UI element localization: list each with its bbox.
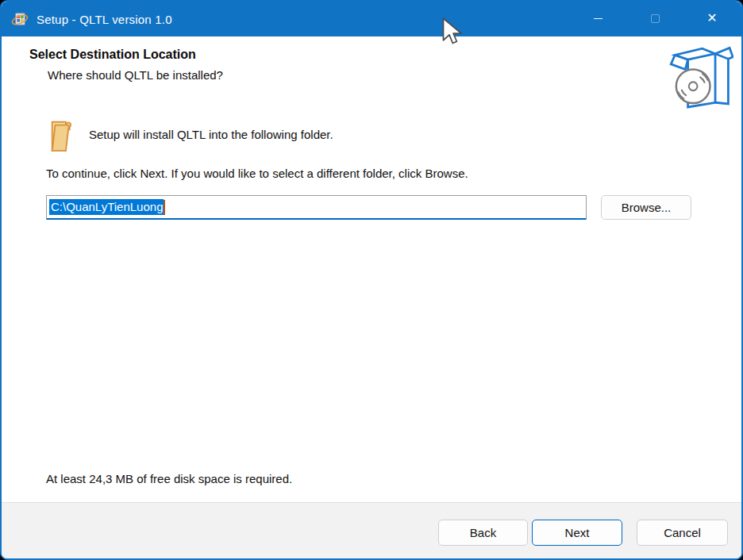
- back-button-label: Back: [470, 526, 496, 539]
- close-button[interactable]: ✕: [694, 2, 730, 35]
- text-caret: [164, 200, 165, 215]
- minimize-icon: [594, 18, 602, 19]
- destination-path-input[interactable]: C:\QuanLyTienLuong: [46, 195, 587, 220]
- browse-button[interactable]: Browse...: [601, 195, 691, 220]
- disk-space-note: At least 24,3 MB of free disk space is r…: [46, 472, 292, 485]
- instruction-text: To continue, click Next. If you would li…: [46, 167, 468, 180]
- back-button[interactable]: Back: [438, 520, 528, 546]
- wizard-footer: Back Next Cancel: [2, 502, 741, 558]
- selected-path-text: C:\QuanLyTienLuong: [49, 199, 164, 215]
- page-subtitle: Where should QLTL be installed?: [48, 68, 223, 82]
- minimize-button[interactable]: [579, 2, 616, 35]
- maximize-button: [637, 2, 673, 35]
- maximize-icon: [651, 14, 660, 23]
- install-note: Setup will install QLTL into the followi…: [89, 128, 333, 141]
- next-button-label: Next: [565, 526, 590, 539]
- cancel-button-label: Cancel: [664, 526, 701, 539]
- setup-wizard-window: Setup - QLTL version 1.0 ✕ Select Destin…: [0, 0, 743, 560]
- installer-app-icon: [11, 10, 29, 28]
- page-title: Select Destination Location: [29, 48, 196, 62]
- browse-button-label: Browse...: [622, 201, 672, 214]
- close-icon: ✕: [706, 12, 717, 25]
- window-title: Setup - QLTL version 1.0: [37, 13, 172, 26]
- next-button[interactable]: Next: [532, 520, 622, 546]
- title-bar[interactable]: Setup - QLTL version 1.0 ✕: [2, 2, 741, 36]
- cancel-button[interactable]: Cancel: [637, 520, 728, 546]
- open-folder-icon: [48, 117, 81, 154]
- software-box-cd-icon: [668, 39, 733, 110]
- wizard-page: Select Destination Location Where should…: [2, 36, 741, 502]
